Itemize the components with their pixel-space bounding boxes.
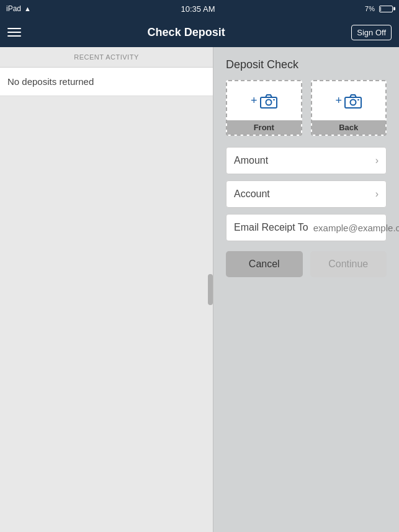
device-label: iPad <box>6 4 21 13</box>
amount-label: Amount <box>234 155 268 166</box>
front-camera-icon: + <box>251 94 277 109</box>
continue-button[interactable]: Continue <box>310 251 387 277</box>
back-label: Back <box>312 120 386 135</box>
page-title: Check Deposit <box>148 26 225 39</box>
scroll-handle[interactable] <box>208 274 213 305</box>
svg-rect-2 <box>273 99 275 100</box>
front-label: Front <box>227 120 301 135</box>
account-label: Account <box>234 188 270 200</box>
no-deposits-message: No deposits returned <box>0 68 213 96</box>
email-receipt-field[interactable]: Email Receipt To <box>226 214 387 241</box>
battery-icon <box>379 6 393 12</box>
front-plus-icon: + <box>251 94 258 107</box>
battery-percent: 7% <box>365 5 375 12</box>
nav-bar: Check Deposit Sign Off <box>0 17 399 47</box>
account-field[interactable]: Account › <box>226 180 387 208</box>
wifi-icon: ▲ <box>24 5 31 12</box>
left-panel: RECENT ACTIVITY No deposits returned <box>0 47 213 532</box>
hamburger-menu-button[interactable] <box>7 28 21 37</box>
back-camera-area: + <box>312 81 386 120</box>
back-plus-icon: + <box>335 94 342 107</box>
status-right: 7% <box>365 5 393 12</box>
status-bar: iPad ▲ 10:35 AM 7% <box>0 0 399 17</box>
svg-rect-5 <box>357 99 359 100</box>
status-left: iPad ▲ <box>6 4 31 13</box>
account-chevron-icon: › <box>375 188 379 200</box>
status-time: 10:35 AM <box>181 4 215 14</box>
cancel-button[interactable]: Cancel <box>226 251 303 277</box>
back-camera-svg <box>344 94 362 109</box>
email-receipt-label: Email Receipt To <box>234 222 308 233</box>
buttons-row: Cancel Continue <box>226 251 387 277</box>
svg-point-1 <box>266 99 271 105</box>
back-photo-button[interactable]: + Back <box>311 80 387 136</box>
camera-svg <box>260 94 277 109</box>
photo-capture-row: + Front + <box>226 80 387 136</box>
amount-field[interactable]: Amount › <box>226 147 387 174</box>
main-layout: RECENT ACTIVITY No deposits returned Dep… <box>0 47 399 532</box>
right-panel: Deposit Check + Front <box>213 47 399 532</box>
email-input[interactable] <box>313 223 399 233</box>
front-camera-area: + <box>227 81 301 120</box>
amount-chevron-icon: › <box>375 155 379 166</box>
front-photo-button[interactable]: + Front <box>226 80 302 136</box>
deposit-check-title: Deposit Check <box>226 58 387 71</box>
sign-off-button[interactable]: Sign Off <box>351 25 392 40</box>
svg-point-4 <box>351 99 356 105</box>
back-camera-icon: + <box>335 94 362 109</box>
recent-activity-header: RECENT ACTIVITY <box>0 47 213 68</box>
